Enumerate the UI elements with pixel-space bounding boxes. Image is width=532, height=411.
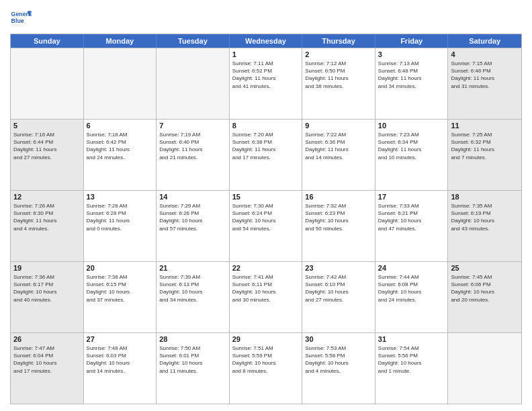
day-cell-17: 17Sunrise: 7:33 AM Sunset: 6:21 PM Dayli… (375, 191, 449, 261)
day-info: Sunrise: 7:11 AM Sunset: 6:52 PM Dayligh… (232, 60, 300, 90)
day-number: 17 (378, 193, 445, 201)
day-cell-18: 18Sunrise: 7:35 AM Sunset: 6:19 PM Dayli… (448, 191, 521, 261)
day-number: 18 (451, 193, 519, 201)
day-cell-23: 23Sunrise: 7:42 AM Sunset: 6:10 PM Dayli… (302, 262, 375, 332)
day-info: Sunrise: 7:28 AM Sunset: 6:28 PM Dayligh… (87, 202, 154, 232)
day-info: Sunrise: 7:15 AM Sunset: 6:46 PM Dayligh… (451, 60, 519, 90)
day-cell-30: 30Sunrise: 7:53 AM Sunset: 5:58 PM Dayli… (302, 333, 375, 404)
day-cell-15: 15Sunrise: 7:30 AM Sunset: 6:24 PM Dayli… (230, 191, 303, 261)
day-info: Sunrise: 7:20 AM Sunset: 6:38 PM Dayligh… (232, 131, 300, 161)
calendar-row-3: 12Sunrise: 7:26 AM Sunset: 6:30 PM Dayli… (11, 190, 521, 261)
day-cell-29: 29Sunrise: 7:51 AM Sunset: 5:59 PM Dayli… (230, 333, 303, 404)
weekday-header-friday: Friday (375, 34, 449, 48)
day-number: 14 (159, 193, 226, 201)
header: General Blue (10, 7, 522, 28)
weekday-header-sunday: Sunday (11, 34, 84, 48)
day-number: 24 (378, 264, 445, 272)
day-cell-21: 21Sunrise: 7:39 AM Sunset: 6:13 PM Dayli… (157, 262, 230, 332)
day-number: 20 (87, 264, 154, 272)
day-info: Sunrise: 7:53 AM Sunset: 5:58 PM Dayligh… (305, 345, 372, 375)
day-info: Sunrise: 7:19 AM Sunset: 6:40 PM Dayligh… (159, 131, 226, 161)
day-info: Sunrise: 7:29 AM Sunset: 6:26 PM Dayligh… (159, 202, 226, 232)
logo: General Blue (10, 7, 32, 28)
day-info: Sunrise: 7:41 AM Sunset: 6:11 PM Dayligh… (232, 273, 300, 304)
day-number: 28 (159, 335, 226, 343)
day-info: Sunrise: 7:38 AM Sunset: 6:15 PM Dayligh… (87, 273, 154, 304)
day-cell-9: 9Sunrise: 7:22 AM Sunset: 6:36 PM Daylig… (302, 120, 375, 190)
day-cell-4: 4Sunrise: 7:15 AM Sunset: 6:46 PM Daylig… (448, 48, 521, 119)
weekday-header-wednesday: Wednesday (230, 34, 303, 48)
day-number: 25 (451, 264, 519, 272)
day-cell-16: 16Sunrise: 7:32 AM Sunset: 6:23 PM Dayli… (302, 191, 375, 261)
day-cell-19: 19Sunrise: 7:36 AM Sunset: 6:17 PM Dayli… (11, 262, 84, 332)
day-cell-24: 24Sunrise: 7:44 AM Sunset: 6:08 PM Dayli… (375, 262, 449, 332)
day-number: 26 (13, 335, 81, 343)
weekday-header-monday: Monday (84, 34, 157, 48)
empty-cell (11, 48, 84, 119)
empty-cell (157, 48, 230, 119)
day-cell-13: 13Sunrise: 7:28 AM Sunset: 6:28 PM Dayli… (84, 191, 157, 261)
day-info: Sunrise: 7:54 AM Sunset: 5:56 PM Dayligh… (378, 345, 445, 375)
day-info: Sunrise: 7:48 AM Sunset: 6:03 PM Dayligh… (87, 345, 154, 375)
calendar-header: SundayMondayTuesdayWednesdayThursdayFrid… (11, 34, 521, 48)
day-cell-26: 26Sunrise: 7:47 AM Sunset: 6:04 PM Dayli… (11, 333, 84, 404)
day-number: 5 (13, 122, 81, 130)
day-info: Sunrise: 7:51 AM Sunset: 5:59 PM Dayligh… (232, 345, 300, 375)
calendar-body: 1Sunrise: 7:11 AM Sunset: 6:52 PM Daylig… (11, 48, 521, 404)
day-number: 19 (13, 264, 81, 272)
day-number: 3 (378, 50, 445, 58)
day-info: Sunrise: 7:42 AM Sunset: 6:10 PM Dayligh… (305, 273, 372, 304)
day-info: Sunrise: 7:16 AM Sunset: 6:44 PM Dayligh… (13, 131, 81, 161)
day-info: Sunrise: 7:33 AM Sunset: 6:21 PM Dayligh… (378, 202, 445, 232)
day-cell-25: 25Sunrise: 7:45 AM Sunset: 6:06 PM Dayli… (448, 262, 521, 332)
day-cell-28: 28Sunrise: 7:50 AM Sunset: 6:01 PM Dayli… (157, 333, 230, 404)
day-info: Sunrise: 7:18 AM Sunset: 6:42 PM Dayligh… (87, 131, 154, 161)
calendar-row-4: 19Sunrise: 7:36 AM Sunset: 6:17 PM Dayli… (11, 261, 521, 332)
day-number: 7 (159, 122, 226, 130)
day-number: 29 (232, 335, 300, 343)
day-cell-10: 10Sunrise: 7:23 AM Sunset: 6:34 PM Dayli… (375, 120, 449, 190)
day-number: 8 (232, 122, 300, 130)
day-number: 21 (159, 264, 226, 272)
day-cell-31: 31Sunrise: 7:54 AM Sunset: 5:56 PM Dayli… (375, 333, 449, 404)
day-info: Sunrise: 7:30 AM Sunset: 6:24 PM Dayligh… (232, 202, 300, 232)
day-cell-3: 3Sunrise: 7:13 AM Sunset: 6:48 PM Daylig… (375, 48, 449, 119)
day-cell-1: 1Sunrise: 7:11 AM Sunset: 6:52 PM Daylig… (230, 48, 303, 119)
day-number: 30 (305, 335, 372, 343)
page: General Blue SundayMondayTuesdayWednesda… (0, 0, 532, 411)
day-cell-5: 5Sunrise: 7:16 AM Sunset: 6:44 PM Daylig… (11, 120, 84, 190)
day-info: Sunrise: 7:39 AM Sunset: 6:13 PM Dayligh… (159, 273, 226, 304)
calendar-row-5: 26Sunrise: 7:47 AM Sunset: 6:04 PM Dayli… (11, 332, 521, 404)
empty-cell (448, 333, 521, 404)
weekday-header-thursday: Thursday (302, 34, 375, 48)
day-info: Sunrise: 7:22 AM Sunset: 6:36 PM Dayligh… (305, 131, 372, 161)
day-number: 22 (232, 264, 300, 272)
weekday-header-tuesday: Tuesday (157, 34, 230, 48)
day-info: Sunrise: 7:25 AM Sunset: 6:32 PM Dayligh… (451, 131, 519, 161)
day-cell-8: 8Sunrise: 7:20 AM Sunset: 6:38 PM Daylig… (230, 120, 303, 190)
day-cell-27: 27Sunrise: 7:48 AM Sunset: 6:03 PM Dayli… (84, 333, 157, 404)
day-number: 2 (305, 50, 372, 58)
day-info: Sunrise: 7:23 AM Sunset: 6:34 PM Dayligh… (378, 131, 445, 161)
day-number: 13 (87, 193, 154, 201)
day-info: Sunrise: 7:47 AM Sunset: 6:04 PM Dayligh… (13, 345, 81, 375)
day-cell-12: 12Sunrise: 7:26 AM Sunset: 6:30 PM Dayli… (11, 191, 84, 261)
day-number: 4 (451, 50, 519, 58)
day-cell-11: 11Sunrise: 7:25 AM Sunset: 6:32 PM Dayli… (448, 120, 521, 190)
day-info: Sunrise: 7:32 AM Sunset: 6:23 PM Dayligh… (305, 202, 372, 232)
day-cell-7: 7Sunrise: 7:19 AM Sunset: 6:40 PM Daylig… (157, 120, 230, 190)
day-number: 6 (87, 122, 154, 130)
day-number: 11 (451, 122, 519, 130)
day-number: 1 (232, 50, 300, 58)
svg-text:Blue: Blue (11, 17, 24, 24)
calendar-row-1: 1Sunrise: 7:11 AM Sunset: 6:52 PM Daylig… (11, 48, 521, 119)
day-cell-2: 2Sunrise: 7:12 AM Sunset: 6:50 PM Daylig… (302, 48, 375, 119)
calendar: SundayMondayTuesdayWednesdayThursdayFrid… (10, 34, 522, 404)
weekday-header-saturday: Saturday (448, 34, 521, 48)
day-info: Sunrise: 7:35 AM Sunset: 6:19 PM Dayligh… (451, 202, 519, 232)
day-info: Sunrise: 7:12 AM Sunset: 6:50 PM Dayligh… (305, 60, 372, 90)
day-number: 16 (305, 193, 372, 201)
day-info: Sunrise: 7:36 AM Sunset: 6:17 PM Dayligh… (13, 273, 81, 304)
day-number: 23 (305, 264, 372, 272)
day-info: Sunrise: 7:44 AM Sunset: 6:08 PM Dayligh… (378, 273, 445, 304)
